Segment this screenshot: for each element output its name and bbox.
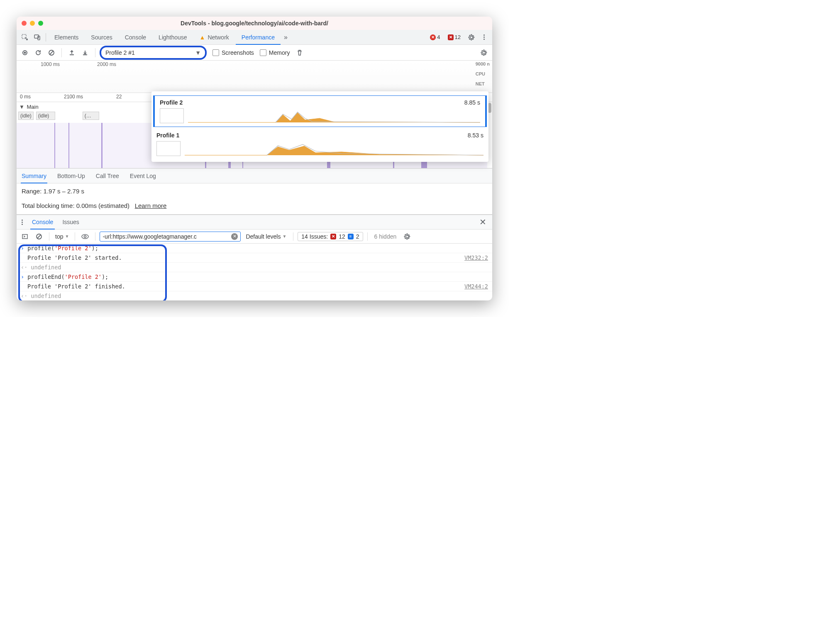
error-badges: ✕ 4 ✕ 12 bbox=[427, 34, 465, 41]
console-log-line: Profile 'Profile 2' finished. VM244:2 bbox=[17, 282, 492, 291]
console-input-line[interactable]: › profile('Profile 2'); bbox=[17, 244, 492, 253]
console-filter-input[interactable]: -url:https://www.googletagmanager.c ✕ bbox=[100, 232, 241, 242]
overview-tick: 9000 n bbox=[476, 61, 490, 66]
context-selector[interactable]: top ▼ bbox=[54, 233, 71, 240]
more-tabs-icon[interactable]: » bbox=[281, 34, 290, 41]
devtools-window: DevTools - blog.google/technology/ai/cod… bbox=[17, 17, 492, 300]
chevron-down-icon: ▼ bbox=[195, 49, 201, 56]
code-text: ); bbox=[102, 273, 108, 280]
memory-checkbox[interactable]: Memory bbox=[260, 49, 290, 56]
overview-timeline[interactable]: 1000 ms 2000 ms 9000 n CPU NET bbox=[17, 61, 492, 93]
issues-msg-count: 2 bbox=[356, 233, 359, 240]
tab-console[interactable]: Console bbox=[119, 30, 152, 45]
drawer-tab-issues[interactable]: Issues bbox=[61, 215, 81, 229]
errors-badge[interactable]: ✕ 4 bbox=[427, 34, 442, 41]
drawer-menu-icon[interactable] bbox=[20, 218, 24, 227]
string-literal: 'Profile 2' bbox=[54, 245, 91, 251]
return-icon: ‹· bbox=[21, 264, 27, 271]
device-toolbar-icon[interactable] bbox=[32, 32, 43, 43]
net-label: NET bbox=[476, 81, 490, 86]
truncated-task[interactable]: (… bbox=[83, 112, 99, 120]
error-square-icon: ✕ bbox=[448, 34, 454, 40]
subtab-bottom-up[interactable]: Bottom-Up bbox=[56, 168, 86, 183]
levels-label: Default levels bbox=[246, 233, 281, 240]
ruler-tick: 22 bbox=[116, 94, 122, 101]
performance-toolbar: Profile 2 #1 ▼ Screenshots Memory bbox=[17, 45, 492, 61]
reload-record-icon[interactable] bbox=[32, 47, 44, 59]
error-square-icon: ✕ bbox=[330, 234, 336, 239]
profile-option-1[interactable]: Profile 1 8.53 s bbox=[151, 129, 488, 159]
profile-duration: 8.85 s bbox=[464, 99, 480, 106]
console-toolbar: top ▼ -url:https://www.googletagmanager.… bbox=[17, 229, 492, 244]
context-value: top bbox=[55, 233, 63, 240]
prompt-icon: › bbox=[21, 273, 24, 280]
profile-select[interactable]: Profile 2 #1 ▼ bbox=[100, 46, 207, 60]
issues-label: 14 Issues: bbox=[301, 233, 328, 240]
inspect-element-icon[interactable] bbox=[19, 32, 31, 43]
separator bbox=[95, 48, 95, 57]
console-settings-icon[interactable] bbox=[401, 231, 413, 242]
record-icon[interactable] bbox=[19, 47, 31, 59]
issues-summary[interactable]: 14 Issues: ✕ 12 ≡ 2 bbox=[298, 232, 363, 241]
separator bbox=[75, 232, 75, 241]
kebab-menu-icon[interactable] bbox=[478, 32, 490, 43]
source-link[interactable]: VM232:2 bbox=[464, 254, 488, 261]
titlebar: DevTools - blog.google/technology/ai/cod… bbox=[17, 17, 492, 30]
tab-lighthouse[interactable]: Lighthouse bbox=[153, 30, 193, 45]
drawer-tab-console[interactable]: Console bbox=[30, 215, 55, 229]
return-icon: ‹· bbox=[21, 293, 27, 299]
profile-waveform bbox=[185, 144, 483, 156]
clear-console-icon[interactable] bbox=[33, 231, 45, 242]
screenshots-checkbox[interactable]: Screenshots bbox=[212, 49, 254, 56]
clear-filter-icon[interactable]: ✕ bbox=[231, 233, 238, 240]
tab-elements[interactable]: Elements bbox=[49, 30, 84, 45]
console-sidebar-icon[interactable] bbox=[19, 231, 31, 242]
upload-icon[interactable] bbox=[66, 47, 78, 59]
separator bbox=[61, 48, 62, 57]
hidden-count[interactable]: 6 hidden bbox=[372, 233, 399, 240]
subtab-event-log[interactable]: Event Log bbox=[129, 168, 157, 183]
trash-icon[interactable] bbox=[294, 47, 305, 59]
scrollbar-thumb[interactable] bbox=[488, 103, 491, 113]
code-text: profileEnd( bbox=[27, 273, 64, 280]
idle-task[interactable]: (idle) bbox=[36, 112, 55, 120]
log-message: Profile 'Profile 2' finished. bbox=[27, 283, 125, 290]
separator bbox=[367, 232, 368, 241]
profile-name: Profile 2 bbox=[160, 99, 183, 106]
clear-icon[interactable] bbox=[46, 47, 57, 59]
live-expression-icon[interactable] bbox=[79, 231, 91, 242]
profile-thumbnail bbox=[160, 108, 184, 123]
profile-duration: 8.53 s bbox=[468, 132, 483, 139]
tab-network[interactable]: ▲ Network bbox=[194, 30, 235, 45]
ruler-tick: 2100 ms bbox=[64, 94, 83, 101]
collapse-icon: ▼ bbox=[19, 104, 24, 110]
chevron-down-icon: ▼ bbox=[282, 234, 286, 239]
issues-err-count: 12 bbox=[339, 233, 345, 240]
svg-point-4 bbox=[24, 51, 26, 54]
issues-badge[interactable]: ✕ 12 bbox=[445, 34, 463, 41]
capture-settings-icon[interactable] bbox=[478, 47, 490, 59]
code-text: ); bbox=[92, 245, 98, 251]
checkbox-icon bbox=[260, 49, 266, 56]
learn-more-link[interactable]: Learn more bbox=[135, 202, 167, 209]
separator bbox=[46, 33, 46, 41]
settings-icon[interactable] bbox=[466, 32, 477, 43]
log-levels-select[interactable]: Default levels ▼ bbox=[243, 233, 289, 240]
tab-performance[interactable]: Performance bbox=[236, 30, 281, 45]
return-value: undefined bbox=[31, 264, 61, 271]
console-input-line[interactable]: › profileEnd('Profile 2'); bbox=[17, 272, 492, 282]
overview-tick: 1000 ms bbox=[41, 61, 60, 92]
close-drawer-icon[interactable]: ✕ bbox=[479, 217, 489, 227]
errors-count: 4 bbox=[437, 34, 440, 40]
subtab-call-tree[interactable]: Call Tree bbox=[95, 168, 120, 183]
download-icon[interactable] bbox=[79, 47, 91, 59]
profile-select-value: Profile 2 #1 bbox=[105, 49, 135, 56]
log-message: Profile 'Profile 2' started. bbox=[27, 254, 122, 261]
subtab-summary[interactable]: Summary bbox=[21, 168, 47, 183]
memory-label: Memory bbox=[269, 49, 290, 56]
source-link[interactable]: VM244:2 bbox=[464, 283, 488, 290]
tab-sources[interactable]: Sources bbox=[85, 30, 118, 45]
ruler-tick: 0 ms bbox=[20, 94, 31, 101]
idle-task[interactable]: (idle) bbox=[18, 112, 34, 120]
profile-option-2[interactable]: Profile 2 8.85 s bbox=[153, 95, 487, 127]
